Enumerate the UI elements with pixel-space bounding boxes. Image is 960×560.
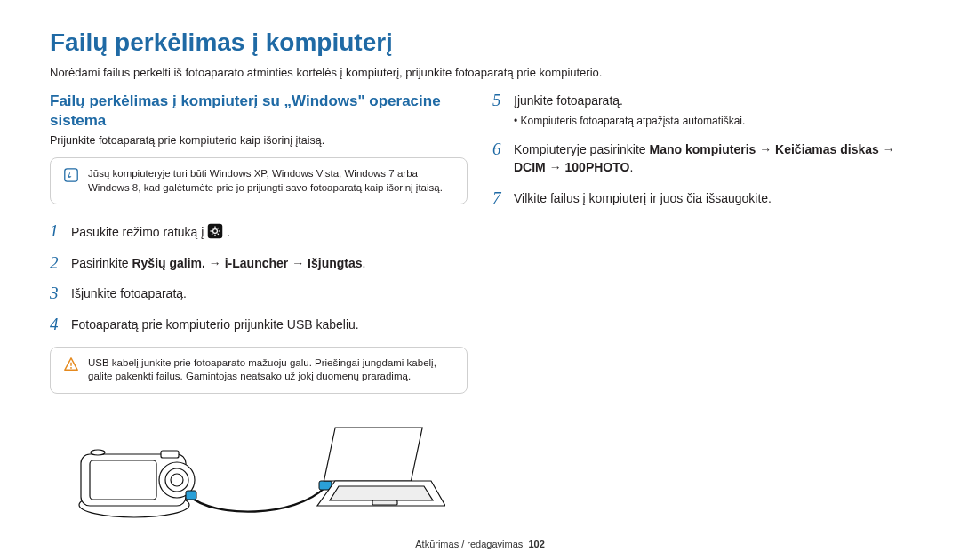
step-prefix: Kompiuteryje pasirinkite — [514, 142, 650, 156]
gear-icon — [207, 223, 223, 239]
step-3: 3 Išjunkite fotoaparatą. — [50, 284, 468, 303]
step-suffix: . — [629, 160, 633, 174]
warning-note: USB kabelį junkite prie fotoaparato mažu… — [50, 347, 468, 394]
svg-rect-1 — [208, 224, 223, 239]
note-text: Jūsų kompiuteryje turi būti Windows XP, … — [88, 167, 454, 195]
step-text: Įjunkite fotoaparatą. — [514, 93, 623, 108]
warning-icon — [63, 356, 79, 372]
step-1: 1 Pasukite režimo ratuką į . — [50, 222, 468, 242]
page-footer: Atkūrimas / redagavimas 102 — [0, 539, 960, 549]
svg-point-20 — [91, 450, 105, 455]
steps-right: 5 Įjunkite fotoaparatą. Kompiuteris foto… — [492, 92, 910, 207]
step-number: 2 — [50, 254, 62, 271]
svg-rect-21 — [186, 491, 196, 500]
step-text: Pasukite režimo ratuką į — [71, 225, 207, 239]
svg-point-18 — [171, 474, 183, 486]
content-columns: Failų perkėlimas į kompiuterį su „Window… — [50, 92, 910, 527]
step-text: Fotoaparatą prie kompiuterio prijunkite … — [71, 316, 468, 334]
right-column: 5 Įjunkite fotoaparatą. Kompiuteris foto… — [492, 92, 910, 527]
step-prefix: Pasirinkite — [71, 256, 132, 270]
step-number: 1 — [50, 222, 62, 239]
page-number: 102 — [528, 539, 544, 549]
svg-point-12 — [70, 367, 72, 369]
step-7: 7 Vilkite failus į kompiuterį ir juos či… — [492, 189, 910, 208]
step-5: 5 Įjunkite fotoaparatą. Kompiuteris foto… — [492, 92, 910, 128]
step-subtext: Kompiuteris fotoaparatą atpažįsta automa… — [514, 114, 910, 129]
step-number: 6 — [492, 140, 505, 157]
step-number: 5 — [492, 92, 505, 108]
section-subtext: Prijunkite fotoaparatą prie kompiuterio … — [50, 134, 468, 147]
step-suffix: . — [363, 256, 366, 270]
step-number: 7 — [492, 189, 505, 206]
svg-rect-0 — [65, 169, 77, 181]
page-subtitle: Norėdami failus perkelti iš fotoaparato … — [50, 66, 910, 79]
step-text: Išjunkite fotoaparatą. — [71, 284, 468, 303]
step-4: 4 Fotoaparatą prie kompiuterio prijunkit… — [50, 316, 468, 334]
step-bold: Ryšių galim. → i-Launcher → Išjungtas — [132, 256, 362, 270]
note-icon — [63, 167, 79, 183]
svg-rect-23 — [372, 500, 397, 505]
steps-left: 1 Pasukite režimo ratuką į . 2 Pasirinki… — [50, 222, 468, 333]
step-text-after: . — [227, 225, 230, 239]
left-column: Failų perkėlimas į kompiuterį su „Window… — [50, 92, 468, 527]
svg-rect-19 — [161, 451, 179, 458]
step-number: 4 — [50, 316, 62, 332]
warning-text: USB kabelį junkite prie fotoaparato mažu… — [88, 356, 454, 384]
step-number: 3 — [50, 284, 62, 301]
step-2: 2 Pasirinkite Ryšių galim. → i-Launcher … — [50, 254, 468, 273]
footer-section: Atkūrimas / redagavimas — [415, 539, 523, 549]
page-title: Failų perkėlimas į kompiuterį — [50, 28, 910, 57]
illustration — [50, 412, 468, 527]
step-6: 6 Kompiuteryje pasirinkite Mano kompiute… — [492, 140, 910, 176]
section-heading: Failų perkėlimas į kompiuterį su „Window… — [50, 92, 468, 131]
step-text: Vilkite failus į kompiuterį ir juos čia … — [514, 189, 910, 208]
info-note: Jūsų kompiuteryje turi būti Windows XP, … — [50, 157, 468, 204]
svg-rect-15 — [90, 460, 156, 500]
